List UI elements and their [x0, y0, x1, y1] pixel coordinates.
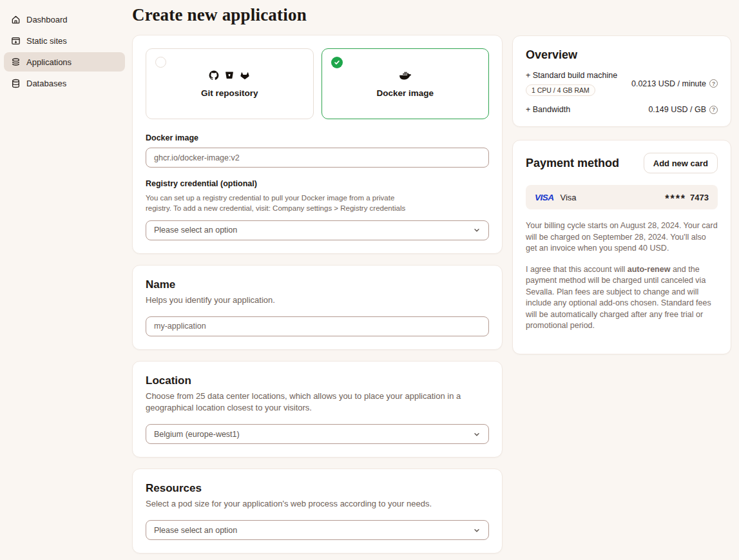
gitlab-icon [240, 70, 250, 81]
registry-credential-help: You can set up a registry credential to … [146, 193, 489, 214]
registry-credential-select[interactable]: Please select an option [146, 220, 489, 240]
overview-title: Overview [526, 48, 718, 62]
sidebar-item-applications[interactable]: Applications [4, 52, 125, 72]
chevron-down-icon [473, 226, 481, 234]
build-machine-price: 0.0213 USD / minute [631, 79, 706, 88]
name-title: Name [146, 278, 489, 291]
location-description: Choose from 25 data center locations, wh… [146, 391, 481, 415]
resources-title: Resources [146, 482, 489, 495]
location-select[interactable]: Belgium (europe-west1) [146, 424, 489, 444]
source-options: Git repository Docker image [146, 48, 489, 119]
sidebar-item-label: Dashboard [26, 15, 68, 24]
chevron-down-icon [473, 526, 481, 534]
payment-title: Payment method [526, 157, 619, 170]
database-icon [11, 79, 21, 88]
source-card: Git repository Docker image Docker image… [132, 35, 503, 254]
git-provider-icons [209, 70, 250, 81]
docker-provider-icons [399, 70, 411, 81]
name-card: Name Helps you identify your application… [132, 265, 503, 350]
option-git-repository[interactable]: Git repository [146, 48, 314, 119]
overview-row-bandwidth: + Bandwidth 0.149 USD / GB ? [526, 105, 718, 114]
select-value: Please select an option [154, 526, 237, 535]
summary-column: Overview + Standard build machine 1 CPU … [512, 35, 731, 367]
chevron-down-icon [473, 430, 481, 438]
bandwidth-price: 0.149 USD / GB [648, 105, 706, 114]
home-icon [11, 15, 21, 24]
select-value: Please select an option [154, 226, 237, 235]
check-circle-icon[interactable] [331, 57, 343, 68]
app-stack-icon [11, 57, 21, 67]
agreement-text: I agree that this account will auto-rene… [526, 264, 718, 332]
location-card: Location Choose from 25 data center loca… [132, 361, 503, 458]
application-name-input[interactable] [146, 316, 489, 336]
build-machine-label: + Standard build machine [526, 71, 617, 80]
overview-row-build-machine: + Standard build machine 1 CPU / 4 GB RA… [526, 71, 718, 96]
registry-credential-label: Registry credential (optional) [146, 179, 489, 188]
bitbucket-icon [225, 71, 234, 80]
browser-icon [11, 36, 21, 46]
docker-image-label: Docker image [146, 133, 489, 142]
option-label: Docker image [376, 88, 434, 98]
github-icon [209, 70, 219, 81]
payment-card: Payment method Add new card VISA Visa **… [512, 140, 731, 354]
location-title: Location [146, 374, 489, 387]
select-value: Belgium (europe-west1) [154, 430, 240, 439]
main-content: Create new application Git repository [132, 0, 503, 560]
billing-cycle-text: Your billing cycle starts on August 28, … [526, 220, 718, 255]
docker-icon [399, 70, 411, 80]
sidebar-item-static-sites[interactable]: Static sites [4, 31, 125, 50]
add-new-card-button[interactable]: Add new card [644, 153, 718, 173]
radio-unselected-icon[interactable] [155, 57, 166, 68]
sidebar-item-label: Static sites [26, 36, 67, 46]
masked-card-number: **** 7473 [665, 191, 709, 203]
visa-logo: VISA [535, 193, 554, 202]
help-icon[interactable]: ? [709, 79, 718, 88]
help-icon[interactable]: ? [709, 106, 718, 114]
machine-spec-badge: 1 CPU / 4 GB RAM [526, 84, 595, 96]
option-label: Git repository [201, 88, 258, 98]
resources-description: Select a pod size for your application's… [146, 498, 481, 510]
card-brand-name: Visa [561, 193, 577, 202]
name-description: Helps you identify your application. [146, 294, 481, 307]
bandwidth-label: + Bandwidth [526, 105, 570, 114]
sidebar-item-databases[interactable]: Databases [4, 73, 125, 93]
saved-card-row[interactable]: VISA Visa **** 7473 [526, 185, 718, 209]
option-docker-image[interactable]: Docker image [322, 48, 490, 119]
sidebar-item-label: Databases [26, 79, 66, 88]
overview-card: Overview + Standard build machine 1 CPU … [512, 35, 731, 127]
sidebar-item-dashboard[interactable]: Dashboard [4, 10, 125, 29]
sidebar: Dashboard Static sites Applications Data… [0, 0, 129, 95]
page-title: Create new application [132, 5, 503, 25]
docker-image-input[interactable] [146, 148, 489, 168]
resources-select[interactable]: Please select an option [146, 520, 489, 540]
resources-card: Resources Select a pod size for your app… [132, 468, 503, 554]
sidebar-item-label: Applications [26, 57, 72, 67]
